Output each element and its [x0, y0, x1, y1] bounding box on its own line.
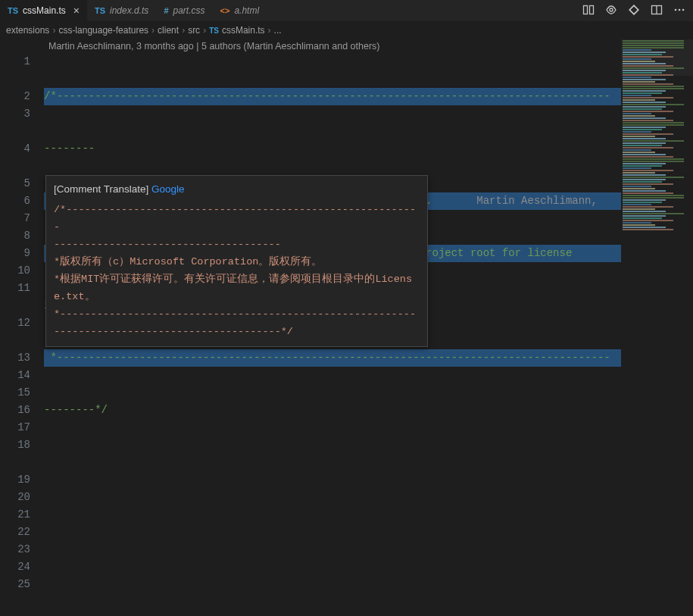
typescript-icon: TS — [8, 6, 18, 15]
breadcrumb-item[interactable]: src — [188, 25, 200, 36]
hover-header: [Comment Translate] Google — [54, 180, 420, 198]
chevron-right-icon: › — [182, 25, 185, 36]
svg-rect-1 — [590, 5, 594, 14]
svg-point-5 — [675, 8, 677, 11]
hover-body: /*--------------------------------------… — [54, 201, 420, 340]
split-editor-icon[interactable] — [651, 4, 663, 18]
chevron-right-icon: › — [268, 25, 271, 36]
svg-point-7 — [682, 8, 685, 11]
chevron-right-icon: › — [151, 25, 155, 36]
breadcrumb-item[interactable]: extensions — [6, 25, 49, 36]
html-icon: <> — [220, 6, 230, 15]
breadcrumb-item[interactable]: client — [158, 25, 179, 36]
tabs-bar: TS cssMain.ts × TS index.d.ts # part.css… — [0, 0, 693, 21]
translate-provider-link[interactable]: Google — [151, 183, 185, 195]
svg-rect-0 — [584, 5, 588, 14]
breadcrumb-item[interactable]: TS cssMain.ts — [209, 25, 264, 36]
breadcrumb-item[interactable]: ... — [274, 25, 282, 36]
tab-label: a.html — [234, 5, 259, 16]
tab-label: cssMain.ts — [23, 5, 66, 16]
tab-part-css[interactable]: # part.css — [156, 0, 212, 21]
typescript-icon: TS — [95, 6, 105, 15]
tab-cssmain[interactable]: TS cssMain.ts × — [0, 0, 87, 21]
git-blame-annotation: Martin Aeschlimann, — [476, 195, 598, 207]
editor-title-actions — [582, 4, 693, 18]
svg-point-2 — [610, 8, 613, 11]
more-icon[interactable] — [673, 4, 685, 18]
typescript-icon: TS — [209, 27, 219, 35]
git-icon[interactable] — [628, 4, 640, 18]
tab-label: part.css — [173, 5, 205, 16]
line-number-gutter: 1 2 3 4 5 6 7 8 9 10 11 12 13 14 15 16 1… — [0, 53, 44, 616]
codelens-authors[interactable]: Martin Aeschlimann, 3 months ago | 5 aut… — [0, 39, 693, 53]
minimap[interactable] — [621, 39, 693, 615]
css-icon: # — [164, 6, 168, 15]
breadcrumb-item[interactable]: css-language-features — [58, 25, 148, 36]
code-editor[interactable]: 1 2 3 4 5 6 7 8 9 10 11 12 13 14 15 16 1… — [0, 53, 693, 616]
breadcrumbs[interactable]: extensions › css-language-features › cli… — [0, 21, 693, 39]
preview-icon[interactable] — [605, 4, 617, 18]
hover-widget: [Comment Translate] Google /*-----------… — [45, 175, 428, 347]
chevron-right-icon: › — [203, 25, 206, 36]
tab-label: index.d.ts — [110, 5, 148, 16]
hover-prefix: [Comment Translate] — [54, 183, 151, 195]
svg-point-6 — [679, 8, 681, 11]
tab-index-dts[interactable]: TS index.d.ts — [87, 0, 156, 21]
tab-a-html[interactable]: <> a.html — [213, 0, 267, 21]
chevron-right-icon: › — [52, 25, 55, 36]
compare-icon[interactable] — [582, 4, 595, 18]
close-icon[interactable]: × — [73, 5, 80, 17]
